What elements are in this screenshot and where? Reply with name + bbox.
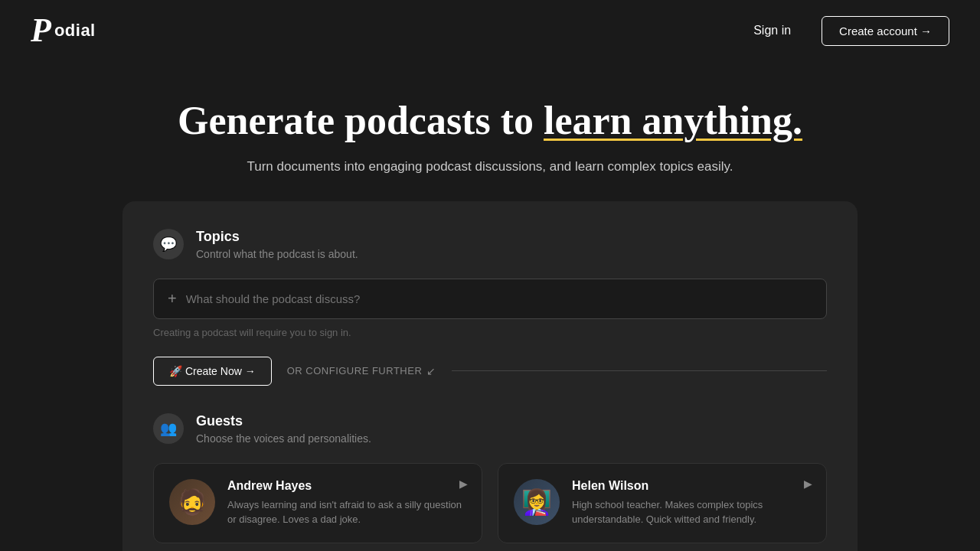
header-nav: Sign in Create account → (741, 16, 949, 46)
configure-line (452, 370, 827, 371)
plus-icon: + (168, 290, 177, 308)
guests-section-info: Guests Choose the voices and personaliti… (196, 413, 371, 445)
play-button-helen[interactable]: ▶ (804, 478, 812, 490)
configure-label: OR CONFIGURE FURTHER ↙ (287, 365, 436, 377)
logo-word: odial (54, 21, 96, 41)
play-button-andrew[interactable]: ▶ (459, 478, 468, 490)
guest-desc-helen: High school teacher. Makes complex topic… (572, 497, 811, 527)
chat-icon: 💬 (160, 236, 177, 253)
guest-card-andrew: Andrew Hayes Always learning and isn't a… (153, 463, 482, 543)
create-account-button[interactable]: Create account → (822, 16, 949, 46)
topics-description: Control what the podcast is about. (196, 248, 358, 260)
guest-name-andrew: Andrew Hayes (227, 479, 466, 493)
guests-title: Guests (196, 413, 371, 429)
configure-arrow-icon: ↙ (426, 365, 436, 377)
guests-cards: Andrew Hayes Always learning and isn't a… (153, 463, 827, 543)
people-icon: 👥 (160, 420, 177, 437)
guest-info-helen: Helen Wilson High school teacher. Makes … (572, 479, 811, 527)
topics-section-info: Topics Control what the podcast is about… (196, 229, 358, 260)
sign-in-notice: Creating a podcast will require you to s… (153, 327, 827, 338)
guest-info-andrew: Andrew Hayes Always learning and isn't a… (227, 479, 466, 527)
topic-input[interactable] (186, 292, 812, 305)
topics-section-header: 💬 Topics Control what the podcast is abo… (153, 229, 827, 260)
header: P odial Sign in Create account → (0, 0, 980, 61)
guests-section: 👥 Guests Choose the voices and personali… (153, 413, 827, 543)
create-now-button[interactable]: 🚀 Create Now → (153, 357, 272, 386)
guests-section-header: 👥 Guests Choose the voices and personali… (153, 413, 827, 445)
guest-card-helen: Helen Wilson High school teacher. Makes … (498, 463, 827, 543)
guest-name-helen: Helen Wilson (572, 479, 811, 493)
hero-subtitle: Turn documents into engaging podcast dis… (230, 156, 750, 177)
logo-letter: P (31, 14, 51, 47)
hero-title: Generate podcasts to learn anything. (31, 98, 949, 144)
hero-title-highlight: learn anything. (544, 99, 802, 142)
guests-description: Choose the voices and personalities. (196, 432, 371, 445)
sign-in-button[interactable]: Sign in (741, 18, 803, 44)
topics-title: Topics (196, 229, 358, 245)
avatar-helen (514, 479, 560, 525)
main-card: 💬 Topics Control what the podcast is abo… (122, 201, 858, 551)
configure-text: OR CONFIGURE FURTHER (287, 365, 423, 377)
actions-row: 🚀 Create Now → OR CONFIGURE FURTHER ↙ (153, 357, 827, 386)
logo: P odial (31, 14, 96, 47)
topic-input-wrapper[interactable]: + (153, 279, 827, 319)
guest-desc-andrew: Always learning and isn't afraid to ask … (227, 497, 466, 527)
topics-icon: 💬 (153, 229, 184, 259)
avatar-andrew (169, 479, 215, 525)
hero-title-start: Generate podcasts to (178, 99, 544, 142)
hero-section: Generate podcasts to learn anything. Tur… (0, 61, 980, 201)
guests-icon: 👥 (153, 413, 184, 444)
